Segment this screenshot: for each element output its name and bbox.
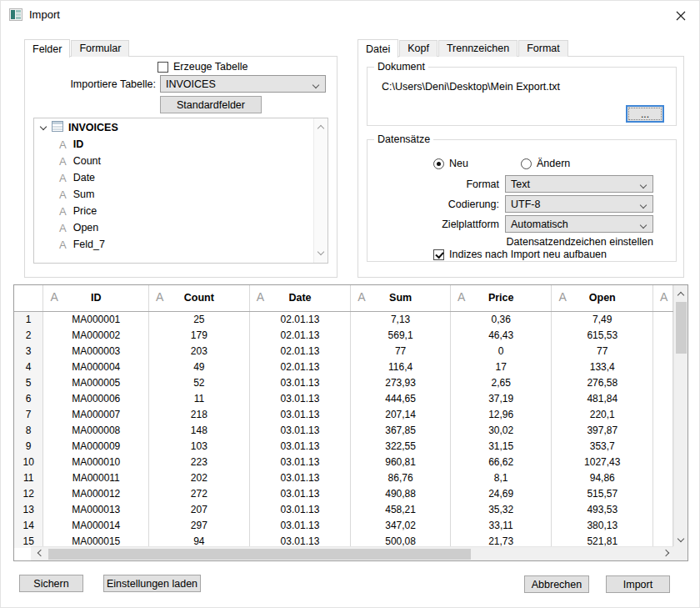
scroll-left-icon[interactable] [36, 550, 42, 557]
scroll-down-icon[interactable] [318, 249, 324, 256]
tree-expander-icon[interactable] [40, 124, 47, 131]
tab-datei[interactable]: Datei [358, 39, 398, 58]
table-cell: 615,53 [552, 327, 653, 343]
tab-trennzeichen[interactable]: Trennzeichen [438, 40, 518, 57]
close-icon[interactable] [672, 8, 689, 24]
table-cell: 02.01.13 [249, 343, 351, 359]
table-cell-empty [653, 390, 673, 406]
table-cell: 17 [450, 359, 552, 374]
radio-icon [521, 158, 532, 169]
table-viewport: AIDACountADateASumAPriceAOpenA1MA0000012… [14, 285, 673, 548]
table-row: 12MA00001227203.01.13490,8824,69515,57 [14, 485, 673, 501]
format-select[interactable]: Text [505, 175, 653, 193]
radio-aendern-label: Ändern [537, 158, 570, 169]
column-header-open[interactable]: AOpen [552, 285, 653, 311]
radio-neu[interactable]: Neu [433, 158, 468, 169]
table-cell: 220,1 [552, 406, 653, 422]
importiere-tabelle-select[interactable]: INVOICES [160, 75, 326, 93]
tree-field-open[interactable]: AOpen [34, 219, 313, 236]
scroll-down-icon[interactable] [678, 536, 684, 543]
tree-field-id[interactable]: AID [34, 136, 313, 153]
radio-aendern[interactable]: Ändern [521, 158, 570, 169]
scroll-up-icon[interactable] [318, 123, 324, 130]
format-label: Format [368, 178, 499, 190]
column-header-partial[interactable]: A [653, 285, 673, 311]
preview-table: AIDACountADateASumAPriceAOpenA1MA0000012… [13, 284, 688, 561]
column-header-date[interactable]: ADate [249, 285, 351, 311]
row-number: 3 [14, 343, 43, 359]
fields-tree: INVOICESAIDACountADateASumAPriceAOpenAFe… [33, 118, 328, 264]
scrollbar-corner [673, 546, 688, 560]
column-label: Price [488, 292, 514, 304]
tree-field-date[interactable]: ADate [34, 169, 313, 186]
table-row: 6MA0000061103.01.13444,6537,19481,84 [14, 390, 673, 406]
table-cell: 86,76 [351, 470, 451, 485]
table-header-row: AIDACountADateASumAPriceAOpenA [14, 285, 673, 311]
column-header-count[interactable]: ACount [149, 285, 250, 311]
scroll-up-icon[interactable] [678, 290, 684, 297]
tab-felder[interactable]: Felder [24, 39, 70, 58]
table-icon [52, 121, 63, 134]
table-row: 5MA0000055203.01.13273,932,65276,58 [14, 374, 673, 390]
sichern-button[interactable]: Sichern [19, 575, 83, 592]
row-number: 13 [14, 501, 43, 517]
table-cell-empty [653, 422, 673, 438]
scroll-right-icon[interactable] [663, 550, 670, 557]
column-header-id[interactable]: AID [43, 285, 149, 311]
row-number: 8 [14, 422, 43, 438]
horizontal-scrollbar[interactable] [31, 546, 675, 560]
row-number: 6 [14, 390, 43, 406]
table-row: 9MA00000910303.01.13322,5531,15353,7 [14, 438, 673, 454]
table-cell: 202 [149, 470, 250, 485]
column-header-sum[interactable]: ASum [351, 285, 451, 311]
table-cell: 12,96 [450, 406, 552, 422]
zielplattform-label: Zielplattform [368, 219, 499, 230]
datensaetze-groupbox: Datensätze Neu Ändern Format Text Codier… [367, 139, 677, 262]
tab-format[interactable]: Format [518, 40, 568, 57]
row-number: 2 [14, 327, 43, 343]
table-cell: 397,87 [552, 422, 653, 438]
table-cell: 37,19 [450, 390, 552, 406]
table-cell: 03.01.13 [249, 406, 351, 422]
tree-field-label: Open [73, 222, 99, 234]
vertical-scrollbar[interactable] [673, 285, 688, 548]
browse-button[interactable]: ... [626, 105, 664, 123]
field-type-icon: A [358, 292, 365, 303]
row-number-header [14, 285, 43, 311]
tree-field-label: Date [73, 172, 95, 183]
field-type-icon: A [558, 292, 566, 303]
codierung-select[interactable]: UTF-8 [505, 195, 653, 213]
horizontal-scrollbar-thumb[interactable] [48, 549, 471, 560]
tree-field-price[interactable]: APrice [34, 203, 313, 219]
zielplattform-select[interactable]: Automatisch [505, 215, 653, 233]
table-row: 7MA00000721803.01.13207,1412,96220,1 [14, 406, 673, 422]
einstellungen-laden-button[interactable]: Einstellungen laden [103, 575, 201, 592]
import-button[interactable]: Import [606, 575, 670, 593]
table-cell: 24,69 [450, 485, 552, 501]
tree-field-count[interactable]: ACount [34, 153, 313, 169]
tree-field-sum[interactable]: ASum [34, 186, 313, 203]
erzeuge-tabelle-checkbox[interactable]: Erzeuge Tabelle [158, 61, 248, 73]
table-cell: 367,85 [351, 422, 451, 438]
zielplattform-value: Automatisch [511, 219, 568, 230]
tab-formular[interactable]: Formular [71, 40, 129, 57]
row-number: 5 [14, 374, 43, 390]
field-type-icon: A [660, 292, 668, 303]
standardfelder-button[interactable]: Standardfelder [160, 96, 262, 113]
tab-kopf[interactable]: Kopf [399, 40, 438, 57]
tree-scrollbar[interactable] [313, 118, 328, 263]
vertical-scrollbar-thumb[interactable] [676, 302, 687, 354]
tree-field-feld-7[interactable]: AFeld_7 [34, 236, 313, 253]
table-cell-empty [653, 470, 673, 485]
indizes-checkbox[interactable]: Indizes nach Import neu aufbauen [433, 249, 607, 260]
radio-icon [433, 158, 444, 169]
datensatzendzeichen-link[interactable]: Datensatzendzeichen einstellen [506, 236, 653, 248]
table-cell: 8,1 [450, 470, 552, 485]
document-path: C:\Users\Deni\Desktop\Mein Export.txt [382, 81, 560, 93]
tree-field-label: Feld_7 [73, 239, 105, 250]
field-type-icon: A [59, 189, 67, 200]
column-header-price[interactable]: APrice [450, 285, 552, 311]
abbrechen-button[interactable]: Abbrechen [524, 575, 589, 593]
table-row: 4MA0000044902.01.13116,417133,4 [14, 359, 673, 374]
tree-root-invoices[interactable]: INVOICES [34, 119, 313, 136]
